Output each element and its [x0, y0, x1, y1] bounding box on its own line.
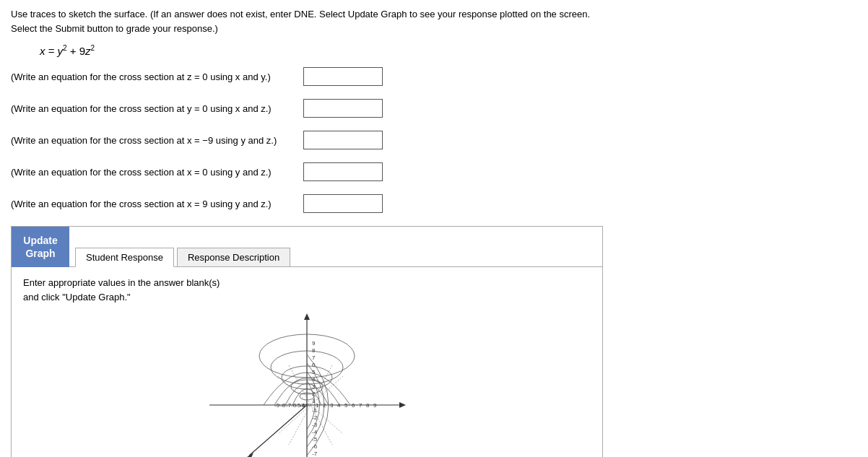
answer-input-5[interactable]: [304, 195, 382, 212]
svg-text:-7: -7: [312, 451, 318, 457]
tabs-container: Student Response Response Description: [69, 227, 602, 267]
svg-marker-3: [304, 313, 310, 320]
svg-text:4: 4: [337, 402, 341, 409]
instructions-text: Use traces to sketch the surface. (If an…: [11, 7, 603, 35]
answer-input-1[interactable]: [304, 68, 382, 85]
bottom-panel: UpdateGraph Student Response Response De…: [11, 226, 603, 457]
main-equation: x = y2 + 9z2: [40, 44, 857, 57]
cross-section-row-2: (Write an equation for the cross section…: [11, 99, 857, 118]
answer-input-3[interactable]: [304, 131, 382, 149]
answer-box-2[interactable]: [303, 99, 383, 118]
svg-text:1: 1: [316, 402, 319, 409]
panel-header: UpdateGraph Student Response Response De…: [12, 227, 602, 267]
svg-line-2: [249, 405, 307, 456]
answer-input-4[interactable]: [304, 163, 382, 180]
cross-section-label-1: (Write an equation for the cross section…: [11, 71, 292, 82]
graph-svg: 9 8 7 6 5 4 3 2 1 -1 -2 -3 -4 -5 -6 -7 -…: [206, 311, 408, 457]
tab-response-description[interactable]: Response Description: [177, 248, 290, 266]
answer-box-3[interactable]: [303, 131, 383, 149]
svg-text:2: 2: [323, 402, 326, 409]
cross-section-row-1: (Write an equation for the cross section…: [11, 67, 857, 86]
svg-text:7: 7: [359, 402, 363, 409]
cross-section-row-5: (Write an equation for the cross section…: [11, 194, 857, 213]
svg-text:9: 9: [373, 402, 377, 409]
svg-text:6: 6: [352, 402, 355, 409]
svg-marker-4: [399, 402, 406, 408]
svg-text:-6: -6: [312, 443, 318, 450]
update-graph-button[interactable]: UpdateGraph: [12, 227, 69, 267]
svg-text:7: 7: [312, 354, 316, 361]
cross-section-label-2: (Write an equation for the cross section…: [11, 103, 292, 114]
svg-text:-8: -8: [280, 402, 286, 409]
tab-student-response[interactable]: Student Response: [75, 248, 174, 267]
answer-input-2[interactable]: [304, 100, 382, 117]
cross-section-label-3: (Write an equation for the cross section…: [11, 135, 292, 146]
answer-box-1[interactable]: [303, 67, 383, 86]
cross-section-label-4: (Write an equation for the cross section…: [11, 167, 292, 178]
cross-section-row-3: (Write an equation for the cross section…: [11, 131, 857, 149]
svg-text:8: 8: [366, 402, 370, 409]
answer-box-4[interactable]: [303, 162, 383, 181]
answer-box-5[interactable]: [303, 194, 383, 213]
cross-section-row-4: (Write an equation for the cross section…: [11, 162, 857, 181]
svg-text:5: 5: [344, 402, 348, 409]
svg-text:8: 8: [312, 347, 316, 354]
svg-text:9: 9: [312, 340, 316, 347]
panel-body: Enter appropriate values in the answer b…: [12, 267, 602, 457]
svg-text:-3: -3: [300, 402, 305, 409]
cross-section-label-5: (Write an equation for the cross section…: [11, 199, 292, 209]
graph-container: 9 8 7 6 5 4 3 2 1 -1 -2 -3 -4 -5 -6 -7 -…: [206, 311, 408, 457]
graph-instruction: Enter appropriate values in the answer b…: [23, 276, 591, 304]
svg-text:3: 3: [330, 402, 334, 409]
